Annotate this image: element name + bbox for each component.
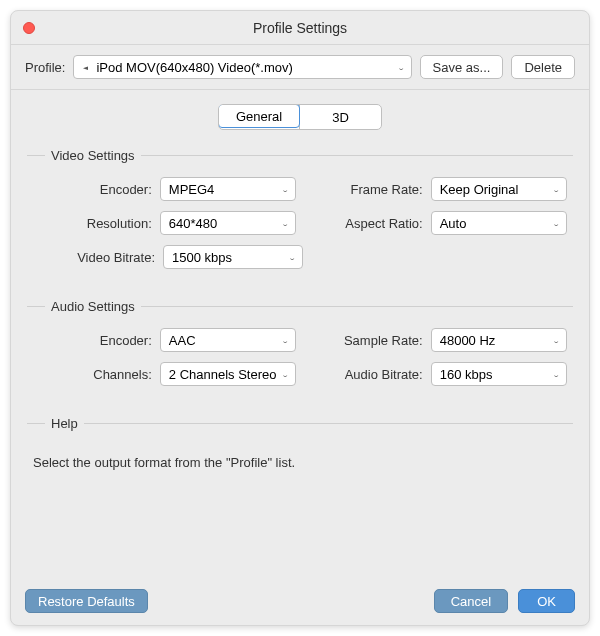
ok-button[interactable]: OK bbox=[518, 589, 575, 613]
resolution-select[interactable]: 640*480 ⌄ bbox=[160, 211, 296, 235]
group-title: Video Settings bbox=[51, 148, 135, 163]
profile-select[interactable]: ◂ iPod MOV(640x480) Video(*.mov) ⌄ bbox=[73, 55, 411, 79]
tab-3d[interactable]: 3D bbox=[299, 105, 381, 129]
select-value: 1500 kbps bbox=[172, 250, 232, 265]
video-settings-group: Video Settings Encoder: MPEG4 ⌄ Frame Ra… bbox=[27, 148, 573, 269]
aspect-ratio-select[interactable]: Auto ⌄ bbox=[431, 211, 567, 235]
select-value: 48000 Hz bbox=[440, 333, 496, 348]
audio-bitrate-label: Audio Bitrate: bbox=[314, 367, 431, 382]
audio-settings-group: Audio Settings Encoder: AAC ⌄ Sample Rat… bbox=[27, 299, 573, 386]
group-header: Video Settings bbox=[27, 148, 573, 163]
group-title: Help bbox=[51, 416, 78, 431]
content-area: General 3D Video Settings Encoder: MPEG4… bbox=[11, 90, 589, 577]
divider bbox=[141, 155, 573, 156]
window-title: Profile Settings bbox=[21, 20, 579, 36]
tab-group: General 3D bbox=[218, 104, 382, 130]
divider bbox=[27, 155, 45, 156]
save-as-button[interactable]: Save as... bbox=[420, 55, 504, 79]
resolution-label: Resolution: bbox=[33, 216, 160, 231]
chevron-down-icon: ⌄ bbox=[552, 371, 560, 378]
channels-label: Channels: bbox=[33, 367, 160, 382]
profile-row: Profile: ◂ iPod MOV(640x480) Video(*.mov… bbox=[11, 45, 589, 90]
video-encoder-select[interactable]: MPEG4 ⌄ bbox=[160, 177, 296, 201]
chevron-down-icon: ⌄ bbox=[281, 337, 289, 344]
chevron-left-icon: ◂ bbox=[80, 62, 90, 72]
audio-encoder-select[interactable]: AAC ⌄ bbox=[160, 328, 296, 352]
chevron-down-icon: ⌄ bbox=[397, 64, 405, 71]
chevron-down-icon: ⌄ bbox=[552, 186, 560, 193]
select-value: 160 kbps bbox=[440, 367, 493, 382]
cancel-button[interactable]: Cancel bbox=[434, 589, 508, 613]
chevron-down-icon: ⌄ bbox=[552, 220, 560, 227]
audio-bitrate-select[interactable]: 160 kbps ⌄ bbox=[431, 362, 567, 386]
aspect-ratio-label: Aspect Ratio: bbox=[314, 216, 431, 231]
sample-rate-select[interactable]: 48000 Hz ⌄ bbox=[431, 328, 567, 352]
chevron-down-icon: ⌄ bbox=[281, 371, 289, 378]
divider bbox=[27, 423, 45, 424]
help-group: Help Select the output format from the "… bbox=[27, 416, 573, 470]
select-value: 640*480 bbox=[169, 216, 217, 231]
divider bbox=[141, 306, 573, 307]
select-value: AAC bbox=[169, 333, 196, 348]
divider bbox=[27, 306, 45, 307]
help-text: Select the output format from the "Profi… bbox=[27, 445, 573, 470]
restore-defaults-button[interactable]: Restore Defaults bbox=[25, 589, 148, 613]
close-icon[interactable] bbox=[23, 22, 35, 34]
channels-select[interactable]: 2 Channels Stereo ⌄ bbox=[160, 362, 296, 386]
profile-selected-value: iPod MOV(640x480) Video(*.mov) bbox=[96, 60, 390, 75]
audio-encoder-label: Encoder: bbox=[33, 333, 160, 348]
frame-rate-label: Frame Rate: bbox=[314, 182, 431, 197]
profile-settings-window: Profile Settings Profile: ◂ iPod MOV(640… bbox=[10, 10, 590, 626]
chevron-down-icon: ⌄ bbox=[552, 337, 560, 344]
video-bitrate-select[interactable]: 1500 kbps ⌄ bbox=[163, 245, 303, 269]
select-value: Auto bbox=[440, 216, 467, 231]
chevron-down-icon: ⌄ bbox=[281, 186, 289, 193]
group-header: Help bbox=[27, 416, 573, 431]
chevron-down-icon: ⌄ bbox=[281, 220, 289, 227]
group-title: Audio Settings bbox=[51, 299, 135, 314]
chevron-down-icon: ⌄ bbox=[288, 254, 296, 261]
frame-rate-select[interactable]: Keep Original ⌄ bbox=[431, 177, 567, 201]
select-value: MPEG4 bbox=[169, 182, 215, 197]
divider bbox=[84, 423, 573, 424]
profile-label: Profile: bbox=[25, 60, 65, 75]
group-header: Audio Settings bbox=[27, 299, 573, 314]
select-value: 2 Channels Stereo bbox=[169, 367, 277, 382]
select-value: Keep Original bbox=[440, 182, 519, 197]
delete-button[interactable]: Delete bbox=[511, 55, 575, 79]
video-encoder-label: Encoder: bbox=[33, 182, 160, 197]
titlebar: Profile Settings bbox=[11, 11, 589, 45]
sample-rate-label: Sample Rate: bbox=[314, 333, 431, 348]
footer: Restore Defaults Cancel OK bbox=[11, 577, 589, 625]
tab-bar: General 3D bbox=[27, 104, 573, 130]
tab-general[interactable]: General bbox=[218, 104, 300, 128]
video-bitrate-label: Video Bitrate: bbox=[33, 250, 163, 265]
window-controls bbox=[23, 22, 35, 34]
